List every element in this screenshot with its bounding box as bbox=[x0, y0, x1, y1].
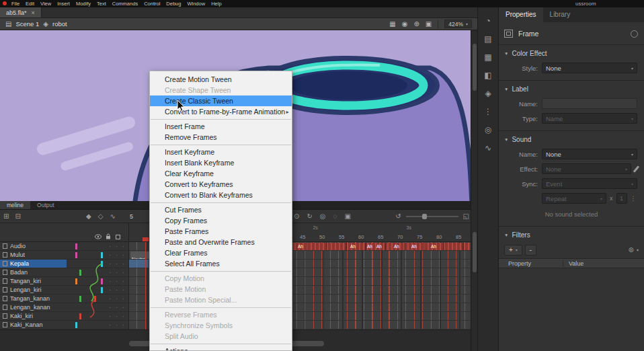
layer-row-audio[interactable]: Audio··· bbox=[0, 242, 128, 251]
delete-layer-icon[interactable]: ⊟ bbox=[15, 210, 20, 223]
layer-lock-toggle[interactable]: · bbox=[114, 286, 120, 295]
layer-lock-toggle[interactable]: · bbox=[114, 277, 120, 286]
menu-window[interactable]: Window bbox=[187, 1, 205, 7]
menu-control[interactable]: Control bbox=[144, 1, 160, 7]
vertical-scrollbar[interactable] bbox=[471, 30, 477, 351]
fit-timeline-icon[interactable]: ◱ bbox=[463, 210, 469, 223]
center-frame-icon[interactable]: ⊙ bbox=[294, 210, 299, 223]
layer-outline-toggle[interactable]: · bbox=[120, 268, 126, 277]
slider-thumb[interactable] bbox=[422, 214, 427, 219]
onion-skin-icon[interactable]: ◎ bbox=[320, 210, 326, 223]
menu-insert[interactable]: Insert bbox=[57, 1, 70, 7]
menu-edit[interactable]: Edit bbox=[26, 1, 34, 7]
edit-envelope-pencil-icon[interactable] bbox=[633, 165, 639, 172]
loop-icon[interactable]: ↻ bbox=[307, 210, 312, 223]
menu-item-cut-frames[interactable]: Cut Frames bbox=[150, 204, 292, 215]
layer-lock-toggle[interactable]: · bbox=[114, 312, 120, 321]
breadcrumb-symbol[interactable]: robot bbox=[52, 20, 67, 28]
menu-debug[interactable]: Debug bbox=[166, 1, 181, 7]
menu-item-insert-blank-keyframe[interactable]: Insert Blank Keyframe bbox=[150, 157, 292, 168]
eye-icon[interactable] bbox=[94, 234, 102, 239]
onion-outline-icon[interactable]: ◌ bbox=[333, 210, 337, 223]
layer-outline-toggle[interactable]: · bbox=[120, 260, 126, 268]
layer-visibility-toggle[interactable]: · bbox=[107, 268, 113, 277]
tab-library[interactable]: Library bbox=[543, 7, 577, 22]
label-header[interactable]: ▼ Label bbox=[499, 83, 644, 95]
image-icon[interactable]: ▦ bbox=[389, 18, 395, 30]
layer-lock-toggle[interactable]: · bbox=[114, 251, 120, 260]
edit-multiple-frames-icon[interactable]: ▣ bbox=[344, 210, 350, 223]
rows-icon[interactable]: ▤ bbox=[484, 35, 491, 44]
layer-outline-toggle[interactable]: · bbox=[120, 295, 126, 303]
layer-row-tangan-kanan[interactable]: Tangan_kanan··· bbox=[0, 295, 128, 303]
grid-icon[interactable]: ▦ bbox=[484, 53, 491, 62]
layer-visibility-toggle[interactable]: · bbox=[107, 242, 113, 251]
layer-visibility-toggle[interactable]: · bbox=[107, 312, 113, 321]
reset-timeline-zoom-icon[interactable]: ↺ bbox=[395, 210, 401, 223]
menu-file[interactable]: File bbox=[11, 1, 19, 7]
layer-row-tangan-kiri[interactable]: Tangan_kiri··· bbox=[0, 277, 128, 286]
graph-editor-icon[interactable]: ∿ bbox=[110, 210, 115, 223]
diamond-icon[interactable]: ◈ bbox=[485, 89, 491, 98]
layer-row-badan[interactable]: Badan··· bbox=[0, 268, 128, 277]
sound-name-dropdown[interactable]: None ▾ bbox=[542, 149, 637, 159]
layer-lock-toggle[interactable]: · bbox=[114, 260, 120, 268]
layer-row-kaki-kiri[interactable]: Kaki_kiri··· bbox=[0, 312, 128, 321]
layer-visibility-toggle[interactable]: · bbox=[107, 286, 113, 295]
layer-outline-toggle[interactable]: · bbox=[120, 321, 126, 329]
filters-header[interactable]: ▼ Filters bbox=[499, 229, 644, 241]
layer-outline-toggle[interactable]: · bbox=[120, 286, 126, 295]
menu-item-convert-to-keyframes[interactable]: Convert to Keyframes bbox=[150, 179, 292, 190]
close-icon[interactable]: × bbox=[32, 9, 35, 16]
menu-item-insert-keyframe[interactable]: Insert Keyframe bbox=[150, 147, 292, 157]
menu-item-paste-frames[interactable]: Paste Frames bbox=[150, 226, 292, 237]
wave-icon[interactable]: ∿ bbox=[485, 144, 491, 153]
layer-visibility-toggle[interactable]: · bbox=[107, 251, 113, 260]
center-stage-icon[interactable]: ⊕ bbox=[413, 18, 419, 30]
menu-commands[interactable]: Commands bbox=[112, 1, 138, 7]
menu-item-remove-frames[interactable]: Remove Frames bbox=[150, 132, 292, 143]
menu-item-copy-frames[interactable]: Copy Frames bbox=[150, 215, 292, 226]
label-name-input[interactable] bbox=[542, 98, 637, 109]
filter-options-icon[interactable]: ⊛ bbox=[629, 246, 634, 254]
menu-text[interactable]: Text bbox=[97, 1, 106, 7]
layer-outline-toggle[interactable]: · bbox=[120, 303, 126, 312]
timeline-zoom-slider[interactable] bbox=[406, 216, 458, 217]
menu-item-create-classic-tween[interactable]: Create Classic Tween bbox=[150, 95, 292, 106]
clock-icon[interactable]: ◔ bbox=[485, 17, 490, 26]
layer-outline-toggle[interactable]: · bbox=[120, 242, 126, 251]
current-frame-indicator[interactable]: 5 bbox=[130, 210, 133, 223]
zoom-dropdown[interactable]: 424% ▾ bbox=[444, 20, 472, 28]
workspace-label[interactable]: ussroom bbox=[575, 1, 596, 7]
layer-row-lengan-kanan[interactable]: Lengan_kanan··· bbox=[0, 303, 128, 312]
tab-properties[interactable]: Properties bbox=[499, 7, 543, 22]
menu-item-convert-to-frame-by-frame-animation[interactable]: Convert to Frame-by-Frame Animation► bbox=[150, 106, 292, 117]
layer-lock-toggle[interactable]: · bbox=[114, 295, 120, 303]
style-dropdown[interactable]: None ▾ bbox=[542, 63, 637, 73]
color-icon[interactable]: ◉ bbox=[402, 18, 408, 30]
menu-item-actions[interactable]: Actions bbox=[150, 346, 292, 351]
layer-lock-toggle[interactable]: · bbox=[114, 242, 120, 251]
clip-content-icon[interactable]: ▣ bbox=[426, 18, 432, 30]
tab-output[interactable]: Output bbox=[30, 201, 61, 209]
layer-visibility-toggle[interactable]: · bbox=[107, 303, 113, 312]
insert-keyframe-icon[interactable]: ◆ bbox=[86, 210, 91, 223]
layer-row-kepala[interactable]: Kepala··· bbox=[0, 260, 128, 268]
color-effect-header[interactable]: ▼ Color Effect bbox=[499, 47, 644, 59]
menu-item-select-all-frames[interactable]: Select All Frames bbox=[150, 258, 292, 269]
layer-lock-toggle[interactable]: · bbox=[114, 268, 120, 277]
dots-icon[interactable]: ⋮ bbox=[484, 108, 492, 116]
sound-header[interactable]: ▼ Sound bbox=[499, 133, 644, 145]
layer-visibility-toggle[interactable]: · bbox=[107, 321, 113, 329]
playhead[interactable] bbox=[143, 237, 149, 241]
help-circle-icon[interactable] bbox=[631, 30, 638, 38]
layer-outline-toggle[interactable]: · bbox=[120, 277, 126, 286]
layer-visibility-toggle[interactable]: · bbox=[107, 295, 113, 303]
add-filter-button[interactable]: + ▾ bbox=[504, 245, 522, 256]
menu-modify[interactable]: Modify bbox=[76, 1, 91, 7]
menu-item-paste-and-overwrite-frames[interactable]: Paste and Overwrite Frames bbox=[150, 237, 292, 247]
tab-timeline[interactable]: meline bbox=[0, 201, 30, 209]
remove-filter-button[interactable]: - bbox=[525, 245, 536, 256]
menu-item-convert-to-blank-keyframes[interactable]: Convert to Blank Keyframes bbox=[150, 190, 292, 200]
layer-outline-toggle[interactable]: · bbox=[120, 312, 126, 321]
